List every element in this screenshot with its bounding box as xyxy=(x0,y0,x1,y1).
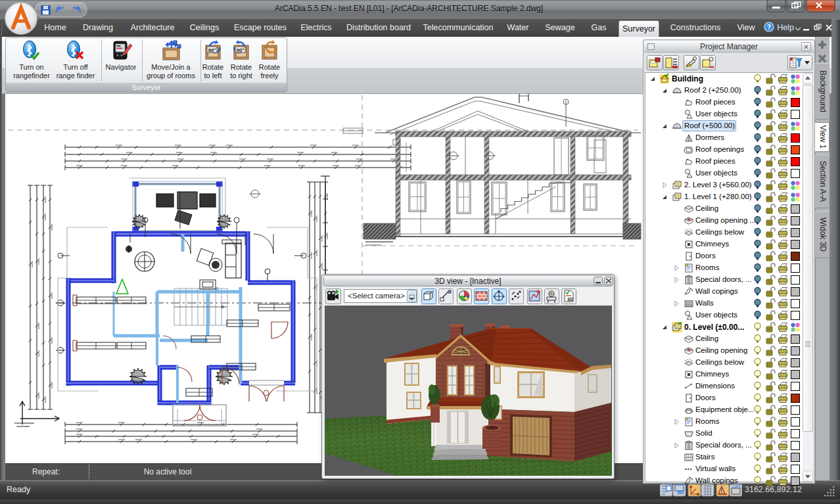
svg-text:3D: 3D xyxy=(567,297,573,302)
svg-text:90°: 90° xyxy=(208,47,216,53)
svg-text:Help: Help xyxy=(777,23,794,32)
svg-text:?: ? xyxy=(767,24,771,31)
svg-text:3D: 3D xyxy=(677,490,684,495)
svg-text:LWT: LWT xyxy=(732,484,741,489)
svg-text:90°: 90° xyxy=(236,47,244,53)
